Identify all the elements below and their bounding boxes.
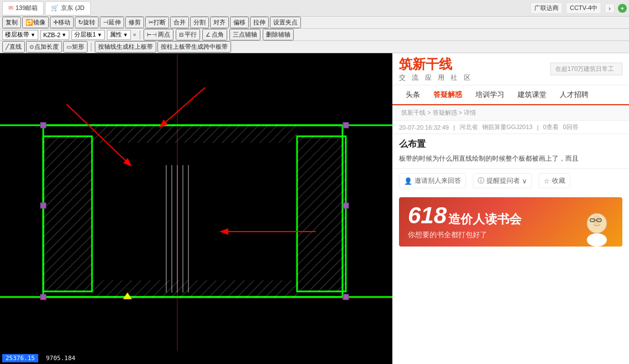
- tab-label-jd: 京东 (JD: [61, 4, 84, 12]
- collect-label: 收藏: [552, 176, 565, 186]
- line-button[interactable]: ╱ 直线: [2, 41, 25, 53]
- floor-band-arrow: ▼: [30, 32, 35, 38]
- site-header: 筑新干线 交 流 应 用 社 区 在超170万建筑日常工 头条 答疑解惑 培训学…: [392, 53, 629, 105]
- post-content: 么布置 板带的时候为什么用直线绘制的时候整个板都被画上了，而且: [392, 134, 629, 168]
- rect-button[interactable]: ▭ 矩形: [63, 41, 88, 53]
- right-panel: 筑新干线 交 流 应 用 社 区 在超170万建筑日常工 头条 答疑解惑 培训学…: [392, 53, 629, 364]
- align-button[interactable]: 对齐: [210, 17, 229, 28]
- line-label: 直线: [9, 43, 22, 51]
- meta-sep2: |: [537, 124, 539, 131]
- angle-label: 点角: [212, 30, 224, 39]
- site-search-box[interactable]: 在超170万建筑日常工: [550, 63, 622, 75]
- svg-rect-25: [343, 203, 349, 208]
- twopoint-icon: ⊢⊣: [147, 32, 157, 38]
- rotate-label: ↻旋转: [78, 18, 95, 27]
- break-button[interactable]: ✂打断: [145, 17, 169, 28]
- rotate-button[interactable]: ↻旋转: [75, 17, 99, 28]
- green-dot-label: ●: [621, 6, 623, 11]
- twopoint-button[interactable]: ⊢⊣两点: [144, 29, 173, 40]
- browser-tab-mail[interactable]: ✉ 139邮箱: [2, 1, 44, 16]
- svg-rect-8: [43, 136, 92, 291]
- main-area: 25376.15 9705.184 筑新干线 交 流 应 用 社 区 在超170…: [0, 53, 629, 364]
- mirror-label: 🔁镜像: [25, 18, 45, 27]
- col-to-mid-band-button[interactable]: 按柱上板带生成跨中板带: [157, 41, 231, 53]
- app-toolbar-2: 楼层板带 ▼ KZB-2 ▼ 分层板1 ▼ 属性 ▼ » ⊢⊣两点 ⊟平行 ∠点…: [0, 29, 629, 41]
- avatar-svg: [580, 208, 613, 247]
- stretch-button[interactable]: 拉伸: [250, 17, 269, 28]
- star-icon: ☆: [544, 177, 550, 185]
- svg-rect-11: [92, 280, 297, 298]
- nav-item-classroom[interactable]: 建筑课堂: [511, 85, 553, 104]
- stretch-label: 拉伸: [253, 18, 265, 27]
- merge-button[interactable]: 合并: [170, 17, 189, 28]
- angle-icon: ∠: [206, 32, 211, 38]
- tab-more-icon: ›: [608, 5, 611, 12]
- setpoint-button[interactable]: 设置夹点: [270, 17, 301, 28]
- browser-tab-bar: ✉ 139邮箱 🛒 京东 (JD 广联达商 CCTV-4中 › ●: [0, 0, 629, 17]
- layer-label: 分层板1: [74, 30, 96, 39]
- point-length-button[interactable]: ⊙ 点加长度: [26, 41, 62, 53]
- tab-cctv[interactable]: CCTV-4中: [566, 2, 601, 14]
- delete-axis-button[interactable]: 删除辅轴: [263, 29, 294, 40]
- svg-rect-23: [40, 294, 46, 300]
- browser-tab-jd[interactable]: 🛒 京东 (JD: [45, 1, 90, 16]
- cad-coord-x: 25376.15: [2, 354, 38, 362]
- svg-rect-24: [343, 122, 349, 128]
- toolbar-more-btn[interactable]: »: [133, 32, 136, 38]
- offset-label: 偏移: [233, 18, 246, 27]
- tab-label-cctv: CCTV-4中: [570, 4, 597, 11]
- cad-coord-y: 9705.184: [43, 354, 79, 362]
- post-software: 钢筋算量GGJ2013: [482, 123, 533, 131]
- invite-btn[interactable]: 👤 邀请别人来回答: [399, 173, 466, 188]
- floor-band-dropdown[interactable]: 楼层板带 ▼: [2, 30, 38, 40]
- parallel-icon: ⊟: [179, 32, 183, 38]
- extend-button[interactable]: ⊣延伸: [100, 17, 124, 28]
- kzb-arrow: ▼: [62, 32, 67, 38]
- site-nav: 头条 答疑解惑 培训学习 建筑课堂 人才招聘: [392, 85, 629, 105]
- merge-label: 合并: [173, 18, 186, 27]
- kzb-dropdown[interactable]: KZB-2 ▼: [40, 30, 69, 40]
- attr-dropdown[interactable]: 属性 ▼: [107, 30, 131, 40]
- axis-to-col-band-button[interactable]: 按轴线生成柱上板带: [95, 41, 156, 53]
- nav-item-training[interactable]: 培训学习: [469, 85, 511, 104]
- copy-label: 复制: [6, 18, 18, 27]
- setpoint-label: 设置夹点: [273, 18, 298, 27]
- site-logo: 筑新干线: [399, 55, 466, 73]
- tab-more[interactable]: ›: [605, 3, 615, 13]
- line-icon: ╱: [6, 44, 9, 50]
- toolbar-separator: [140, 30, 140, 39]
- copy-button[interactable]: 复制: [2, 17, 21, 28]
- layer-dropdown[interactable]: 分层板1 ▼: [71, 30, 105, 40]
- svg-point-36: [587, 233, 607, 247]
- align-label: 对齐: [213, 18, 226, 27]
- banner-ad[interactable]: 618 造价人读书会 你想要的书全都打包好了: [399, 197, 622, 247]
- site-search-placeholder: 在超170万建筑日常工: [555, 65, 614, 72]
- remind-btn[interactable]: ⓘ 提醒提问者 ∨: [473, 173, 532, 188]
- tb3-separator: [91, 43, 91, 52]
- nav-item-headline[interactable]: 头条: [399, 85, 427, 104]
- banner-title: 造价人读书会: [448, 212, 521, 226]
- mirror-button[interactable]: 🔁镜像: [22, 17, 49, 28]
- kzb-label: KZB-2: [43, 32, 60, 38]
- split-button[interactable]: 分割: [190, 17, 209, 28]
- parallel-button[interactable]: ⊟平行: [176, 29, 200, 40]
- offset-button[interactable]: 偏移: [230, 17, 249, 28]
- post-actions: 👤 邀请别人来回答 ⓘ 提醒提问者 ∨ ☆ 收藏: [392, 168, 629, 193]
- post-title: 么布置: [399, 139, 622, 150]
- angle-button[interactable]: ∠点角: [202, 29, 227, 40]
- nav-item-qa[interactable]: 答疑解惑: [427, 85, 469, 105]
- split-label: 分割: [193, 18, 206, 27]
- nav-item-jobs[interactable]: 人才招聘: [553, 85, 595, 104]
- trim-button[interactable]: 修剪: [125, 17, 144, 28]
- attr-label: 属性: [110, 30, 122, 39]
- cad-drawing-area[interactable]: 25376.15 9705.184: [0, 53, 392, 364]
- remind-arrow-icon: ∨: [522, 177, 527, 185]
- threepoint-axis-button[interactable]: 三点辅轴: [229, 29, 260, 40]
- tab-glda[interactable]: 广联达商: [530, 2, 562, 14]
- breadcrumb-text: 筑新干线 > 答疑解惑 > 详情: [401, 109, 476, 116]
- banner-number: 618: [408, 202, 447, 228]
- collect-btn[interactable]: ☆ 收藏: [539, 173, 570, 188]
- move-button[interactable]: ✛移动: [50, 17, 74, 28]
- green-status-icon: ●: [618, 4, 627, 13]
- threepoint-axis-label: 三点辅轴: [233, 30, 257, 39]
